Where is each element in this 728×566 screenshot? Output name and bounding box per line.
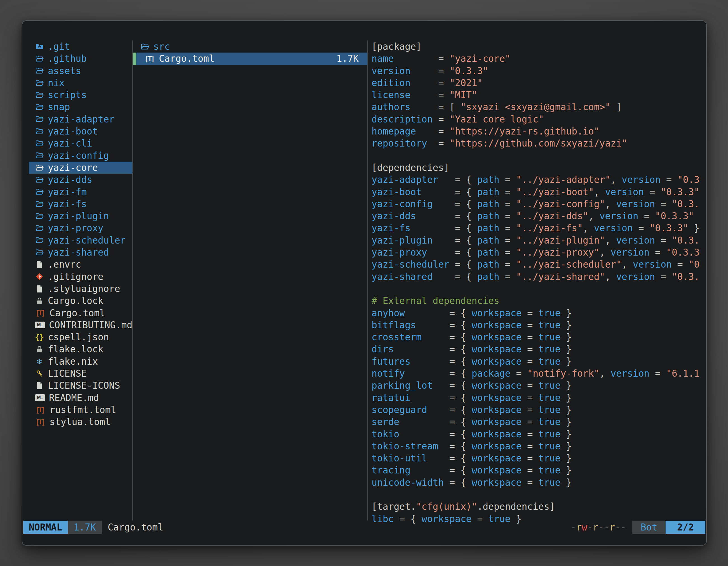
sidebar-item-yazi-plugin[interactable]: yazi-plugin — [29, 210, 132, 222]
file-name-label: yazi-shared — [48, 247, 109, 259]
preview-line: version = "0.3.3" — [372, 65, 704, 77]
sidebar-item-.gitignore[interactable]: .gitignore — [29, 271, 132, 283]
sidebar-item-Cargo.lock[interactable]: Cargo.lock — [29, 295, 132, 307]
current-item-src[interactable]: src — [133, 41, 367, 53]
file-name-label: rustfmt.toml — [50, 404, 116, 416]
file-name-label: LICENSE-ICONS — [48, 379, 120, 391]
sidebar-item-yazi-dds[interactable]: yazi-dds — [29, 174, 132, 186]
selection-marker — [133, 53, 136, 65]
preview-pane: [package]name = "yazi-core"version = "0.… — [372, 41, 704, 525]
file-name-label: .gitignore — [48, 271, 104, 283]
file-name-label: .envrc — [48, 259, 81, 271]
folder-icon — [35, 79, 44, 88]
sidebar-item-README.md[interactable]: M↓README.md — [29, 392, 132, 404]
preview-line: bitflags = { workspace = true } — [372, 319, 704, 331]
sidebar-item-scripts[interactable]: scripts — [29, 89, 132, 101]
file-name-label: yazi-boot — [48, 125, 98, 137]
sidebar-item-yazi-adapter[interactable]: yazi-adapter — [29, 113, 132, 125]
preview-line: ratatui = { workspace = true } — [372, 392, 704, 404]
sidebar-item-yazi-core[interactable]: yazi-core — [29, 162, 132, 174]
sidebar-item-LICENSE-ICONS[interactable]: LICENSE-ICONS — [29, 379, 132, 391]
file-name-label: flake.lock — [48, 343, 104, 355]
status-bar: NORMAL 1.7K Cargo.toml -rw-r--r-- Bot 2/… — [23, 521, 705, 534]
file-name-label: .github — [48, 53, 87, 65]
sidebar-item-assets[interactable]: assets — [29, 65, 132, 77]
preview-line: [target."cfg(unix)".dependencies] — [372, 501, 704, 513]
preview-line: yazi-config = { path = "../yazi-config",… — [372, 198, 704, 210]
markdown-icon: M↓ — [35, 394, 45, 401]
sidebar-item-CONTRIBUTING.md[interactable]: M↓CONTRIBUTING.md — [29, 319, 132, 331]
preview-line: edition = "2021" — [372, 77, 704, 89]
folder-icon — [140, 42, 149, 51]
git-folder-icon — [35, 42, 44, 51]
file-name-label: yazi-fm — [48, 186, 87, 198]
sidebar-item-cspell.json[interactable]: {}cspell.json — [29, 331, 132, 343]
preview-line: license = "MIT" — [372, 89, 704, 101]
preview-line: repository = "https://github.com/sxyazi/… — [372, 137, 704, 149]
preview-line: yazi-adapter = { path = "../yazi-adapter… — [372, 174, 704, 186]
sidebar-item-.github[interactable]: .github — [29, 53, 132, 65]
sidebar-item-yazi-fs[interactable]: yazi-fs — [29, 198, 132, 210]
file-name-label: scripts — [48, 89, 87, 101]
folder-icon — [35, 66, 44, 75]
file-counter-chip: 2/2 — [666, 521, 705, 534]
sidebar-item-.git[interactable]: .git — [29, 41, 132, 53]
sidebar-item-flake.nix[interactable]: ❄flake.nix — [29, 355, 132, 367]
preview-line: yazi-fs = { path = "../yazi-fs", version… — [372, 222, 704, 234]
sidebar-item-yazi-boot[interactable]: yazi-boot — [29, 125, 132, 137]
sidebar-item-yazi-cli[interactable]: yazi-cli — [29, 137, 132, 149]
markdown-icon: M↓ — [35, 321, 45, 328]
current-item-Cargo.toml[interactable]: [T]Cargo.toml1.7K — [133, 53, 367, 65]
sidebar-item-yazi-proxy[interactable]: yazi-proxy — [29, 222, 132, 234]
sidebar-item-Cargo.toml[interactable]: [T]Cargo.toml — [29, 307, 132, 319]
preview-line — [372, 488, 704, 501]
preview-line: yazi-plugin = { path = "../yazi-plugin",… — [372, 234, 704, 247]
sidebar-item-yazi-shared[interactable]: yazi-shared — [29, 247, 132, 259]
sidebar-item-snap[interactable]: snap — [29, 101, 132, 113]
file-icon — [35, 284, 44, 293]
preview-line: yazi-proxy = { path = "../yazi-proxy", v… — [372, 247, 704, 259]
sidebar-item-flake.lock[interactable]: flake.lock — [29, 343, 132, 355]
file-name-label: flake.nix — [48, 355, 98, 367]
sidebar-item-LICENSE[interactable]: LICENSE — [29, 367, 132, 379]
preview-line — [372, 150, 704, 162]
sidebar-item-yazi-fm[interactable]: yazi-fm — [29, 186, 132, 198]
file-name-label: yazi-dds — [48, 174, 92, 186]
preview-line: yazi-shared = { path = "../yazi-shared",… — [372, 271, 704, 283]
file-name-label: yazi-fs — [48, 198, 87, 210]
preview-line: futures = { workspace = true } — [372, 355, 704, 367]
preview-line: description = "Yazi core logic" — [372, 113, 704, 125]
pane-separator-right — [367, 41, 368, 520]
preview-line: tracing = { workspace = true } — [372, 464, 704, 476]
preview-line: crossterm = { workspace = true } — [372, 331, 704, 343]
sidebar-item-nix[interactable]: nix — [29, 77, 132, 89]
folder-icon — [35, 224, 44, 233]
file-icon — [35, 381, 44, 390]
sidebar-item-yazi-scheduler[interactable]: yazi-scheduler — [29, 234, 132, 247]
file-name-label: LICENSE — [48, 367, 87, 379]
preview-line: tokio-util = { workspace = true } — [372, 452, 704, 464]
sidebar-item-stylua.toml[interactable]: [T]stylua.toml — [29, 416, 132, 428]
nix-icon: ❄ — [35, 357, 44, 366]
sidebar-item-yazi-config[interactable]: yazi-config — [29, 150, 132, 162]
preview-line: parking_lot = { workspace = true } — [372, 379, 704, 391]
json-icon: {} — [35, 333, 44, 342]
sidebar-item-rustfmt.toml[interactable]: [T]rustfmt.toml — [29, 404, 132, 416]
sidebar-item-.envrc[interactable]: .envrc — [29, 259, 132, 271]
file-name-label: yazi-cli — [48, 137, 92, 149]
file-size-chip: 1.7K — [68, 521, 102, 534]
preview-line: dirs = { workspace = true } — [372, 343, 704, 355]
preview-line: homepage = "https://yazi-rs.github.io" — [372, 125, 704, 137]
folder-icon — [35, 175, 44, 184]
pane-separator-left — [132, 41, 133, 520]
file-name-label: yazi-plugin — [48, 210, 109, 222]
folder-icon — [35, 200, 44, 209]
preview-line: [dependencies] — [372, 162, 704, 174]
lock-icon — [35, 296, 44, 305]
toml-icon: [T] — [35, 308, 46, 317]
file-name-label: .git — [48, 41, 70, 53]
preview-line: authors = [ "sxyazi <sxyazi@gmail.com>" … — [372, 101, 704, 113]
sidebar-item-.styluaignore[interactable]: .styluaignore — [29, 283, 132, 295]
key-icon — [35, 369, 44, 378]
file-name-label: yazi-scheduler — [48, 234, 126, 247]
